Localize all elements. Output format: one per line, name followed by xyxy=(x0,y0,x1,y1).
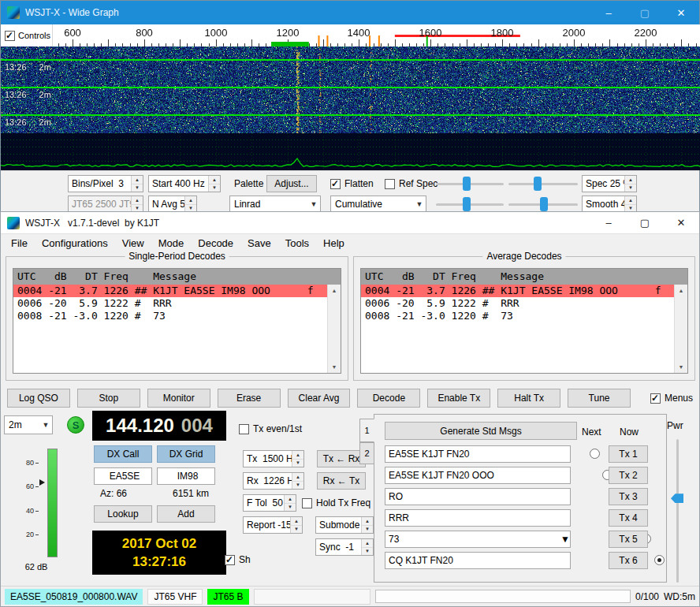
tab-1[interactable]: 1 xyxy=(359,419,374,442)
halt-tx-button[interactable]: Halt Tx xyxy=(497,389,560,408)
log-qso-button[interactable]: Log QSO xyxy=(7,389,70,408)
spin-down-icon[interactable]: ▼ xyxy=(625,184,636,192)
add-button[interactable]: Add xyxy=(157,505,215,523)
tx6-message-field[interactable]: CQ K1JT FN20 xyxy=(385,552,571,569)
close-icon[interactable]: ✕ xyxy=(663,1,699,24)
tx5-now-button[interactable]: Tx 5 xyxy=(609,531,648,548)
menus-checkbox[interactable] xyxy=(650,393,661,404)
report-spinbox[interactable]: Report -15 ▲▼ xyxy=(243,516,303,534)
menu-help[interactable]: Help xyxy=(316,235,352,251)
erase-button[interactable]: Erase xyxy=(218,389,281,408)
menu-file[interactable]: File xyxy=(4,235,35,251)
spin-down-icon[interactable]: ▼ xyxy=(132,184,143,192)
menu-save[interactable]: Save xyxy=(240,235,278,251)
spin-up-icon[interactable]: ▲ xyxy=(292,451,303,460)
dx-grid-button[interactable]: DX Grid xyxy=(157,445,215,463)
decode-text[interactable]: 0004 -21 3.7 1226 ## K1JT EA5SE IM98 OOO… xyxy=(13,285,327,373)
slider-handle[interactable] xyxy=(463,197,471,211)
tx3-message-field[interactable]: RO xyxy=(385,488,571,505)
tx1-next-radio[interactable] xyxy=(590,449,600,459)
scroll-down-icon[interactable]: ▼ xyxy=(675,361,687,373)
waterfall-canvas[interactable] xyxy=(1,47,700,170)
spin-up-icon[interactable]: ▲ xyxy=(292,473,303,482)
menu-mode[interactable]: Mode xyxy=(151,235,192,251)
smooth-spinbox[interactable]: Smooth 4 ▲▼ xyxy=(582,196,637,213)
slider-handle[interactable] xyxy=(463,177,471,191)
jt65-jt9-split-spinbox[interactable]: JT65 2500 JT9 ▲▼ xyxy=(68,196,143,213)
minimize-icon[interactable]: – xyxy=(590,1,627,24)
slider-handle[interactable] xyxy=(534,177,542,191)
close-icon[interactable]: ✕ xyxy=(663,212,699,233)
spin-down-icon[interactable]: ▼ xyxy=(362,526,373,534)
spin-down-icon[interactable]: ▼ xyxy=(362,548,373,556)
menu-decode[interactable]: Decode xyxy=(191,235,240,251)
waterfall-gain-slider[interactable] xyxy=(436,175,504,192)
clear-avg-button[interactable]: Clear Avg xyxy=(288,389,351,408)
maximize-icon[interactable]: ▢ xyxy=(627,1,663,24)
spectrum-zero-slider[interactable] xyxy=(508,196,578,213)
wide-graph-titlebar[interactable]: WSJT-X - Wide Graph – ▢ ✕ xyxy=(1,1,699,24)
dx-grid-field[interactable]: IM98 xyxy=(157,467,215,485)
pwr-slider[interactable] xyxy=(672,439,684,583)
f-tol-spinbox[interactable]: F Tol 50 ▲▼ xyxy=(243,494,296,512)
minimize-icon[interactable]: – xyxy=(590,212,627,233)
slider-handle[interactable] xyxy=(540,197,548,211)
decode-button[interactable]: Decode xyxy=(357,389,420,408)
decode-row[interactable]: 0004 -21 3.7 1226 ## K1JT EA5SE IM98 OOO… xyxy=(13,285,327,297)
spin-up-icon[interactable]: ▲ xyxy=(209,176,220,184)
spec-percent-spinbox[interactable]: Spec 25 % ▲▼ xyxy=(582,175,637,192)
tx4-now-button[interactable]: Tx 4 xyxy=(609,509,648,527)
tx5-message-combobox[interactable]: 73 ▼ xyxy=(385,531,571,548)
scrollbar[interactable]: ▲ ▼ xyxy=(327,285,341,373)
spin-down-icon[interactable]: ▼ xyxy=(292,482,303,490)
spin-up-icon[interactable]: ▲ xyxy=(625,196,636,205)
tx3-now-button[interactable]: Tx 3 xyxy=(609,488,648,505)
decode-row[interactable]: 0008 -21 -3.0 1220 # 73 xyxy=(13,310,327,322)
spin-up-icon[interactable]: ▲ xyxy=(291,517,302,526)
flatten-checkbox[interactable] xyxy=(330,179,341,189)
scroll-up-icon[interactable]: ▲ xyxy=(328,285,341,296)
dx-call-button[interactable]: DX Call xyxy=(94,445,152,463)
decode-text[interactable]: 0004 -21 3.7 1226 ## K1JT EA5SE IM98 OOO… xyxy=(361,285,674,373)
menu-view[interactable]: View xyxy=(115,235,151,251)
scroll-up-icon[interactable]: ▲ xyxy=(675,285,687,296)
tx2-now-button[interactable]: Tx 2 xyxy=(609,467,648,484)
scroll-down-icon[interactable]: ▼ xyxy=(328,361,341,373)
n-avg-spinbox[interactable]: N Avg 5 ▲▼ xyxy=(148,196,197,213)
spin-up-icon[interactable]: ▲ xyxy=(362,517,373,526)
rx-from-tx-button[interactable]: Rx ← Tx xyxy=(317,472,366,490)
tx6-next-radio[interactable] xyxy=(654,555,665,565)
scrollbar[interactable]: ▲ ▼ xyxy=(674,285,687,373)
menu-configurations[interactable]: Configurations xyxy=(35,235,115,251)
sh-checkbox[interactable] xyxy=(225,555,235,565)
tx4-message-field[interactable]: RRR xyxy=(385,509,571,527)
lookup-button[interactable]: Lookup xyxy=(94,505,152,523)
dx-call-field[interactable]: EA5SE xyxy=(94,467,152,485)
tab-2[interactable]: 2 xyxy=(359,442,374,464)
spin-up-icon[interactable]: ▲ xyxy=(285,495,296,504)
bins-pixel-spinbox[interactable]: Bins/Pixel 3 ▲▼ xyxy=(68,175,143,192)
controls-checkbox[interactable] xyxy=(5,31,15,41)
start-freq-spinbox[interactable]: Start 400 Hz ▲▼ xyxy=(148,175,221,192)
tx1-now-button[interactable]: Tx 1 xyxy=(609,445,648,463)
hold-tx-freq-checkbox[interactable] xyxy=(302,498,312,508)
submode-spinbox[interactable]: Submode B ▲▼ xyxy=(315,516,374,534)
spin-up-icon[interactable]: ▲ xyxy=(132,196,143,205)
enable-tx-button[interactable]: Enable Tx xyxy=(427,389,490,408)
main-titlebar[interactable]: WSJT-X v1.7.1-devel by K1JT – ▢ ✕ xyxy=(1,212,699,234)
spin-up-icon[interactable]: ▲ xyxy=(132,176,143,184)
band-combobox[interactable]: 2m ▼ xyxy=(4,415,53,434)
spin-up-icon[interactable]: ▲ xyxy=(625,176,636,184)
tx2-message-field[interactable]: EA5SE K1JT FN20 OOO xyxy=(385,467,571,484)
tune-button[interactable]: Tune xyxy=(568,389,631,408)
decode-row[interactable]: 0004 -21 3.7 1226 ## K1JT EA5SE IM98 OOO… xyxy=(361,285,674,297)
tx6-now-button[interactable]: Tx 6 xyxy=(609,552,648,569)
spectrum-gain-slider[interactable] xyxy=(436,196,504,213)
spin-down-icon[interactable]: ▼ xyxy=(292,460,303,467)
tx1-message-field[interactable]: EA5SE K1JT FN20 xyxy=(385,445,571,463)
tx-from-rx-button[interactable]: Tx ← Rx xyxy=(317,450,366,467)
decode-row[interactable]: 0006 -20 5.9 1222 # RRR xyxy=(13,297,327,310)
tx-even-checkbox[interactable] xyxy=(239,424,249,434)
spin-up-icon[interactable]: ▲ xyxy=(185,196,196,205)
stop-button[interactable]: Stop xyxy=(77,389,140,408)
